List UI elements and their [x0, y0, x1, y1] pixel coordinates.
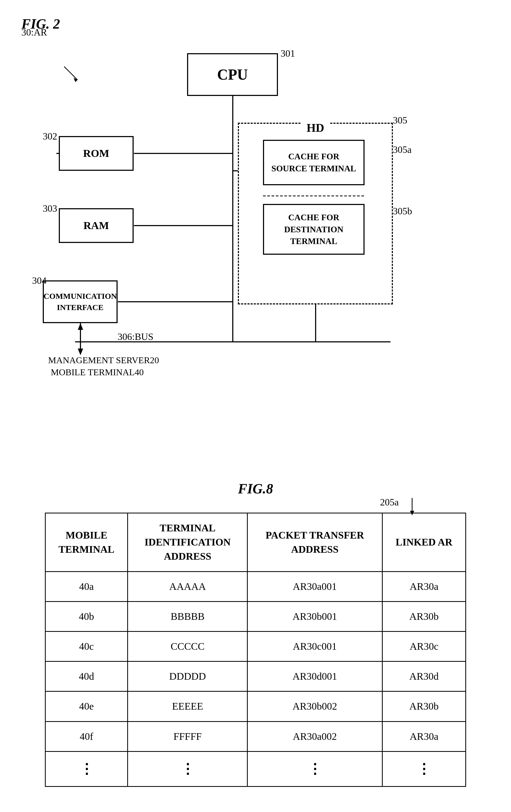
table-ref-arrow	[396, 498, 428, 519]
hd-label: HD	[301, 121, 330, 135]
table-row: 40eEEEEEAR30b002AR30b	[45, 692, 466, 721]
cache-source-ref: 305a	[393, 144, 412, 155]
table-cell-r3-c2: AR30d001	[247, 662, 382, 692]
cache-dest-label: CACHE FORDESTINATIONTERMINAL	[284, 211, 343, 247]
table-cell-r1-c0: 40b	[45, 601, 128, 631]
table-cell-r2-c1: CCCCC	[128, 631, 247, 661]
table-cell-r3-c0: 40d	[45, 662, 128, 692]
table-cell-r2-c2: AR30c001	[247, 631, 382, 661]
fig8-title: FIG.8	[21, 481, 490, 497]
col-header-mobile-terminal: MOBILETERMINAL	[45, 513, 128, 572]
svg-marker-7	[78, 349, 83, 355]
table-cell-r3-c3: AR30d	[382, 662, 466, 692]
ar-arrow	[43, 61, 96, 93]
rom-box: ROM	[59, 136, 133, 171]
svg-line-14	[64, 66, 78, 80]
rom-ref: 302	[43, 131, 57, 142]
cache-source-box: CACHE FORSOURCE TERMINAL	[263, 140, 364, 185]
svg-marker-9	[78, 323, 83, 330]
cpu-ref: 301	[281, 48, 295, 59]
table-cell-r5-c0: 40f	[45, 721, 128, 751]
table-cell-r3-c1: DDDDD	[128, 662, 247, 692]
table-row: 40bBBBBBAR30b001AR30b	[45, 601, 466, 631]
col-header-terminal-id: TERMINALIDENTIFICATIONADDRESS	[128, 513, 247, 572]
cache-dest-box: CACHE FORDESTINATIONTERMINAL	[263, 204, 364, 255]
table-cell-r4-c2: AR30b002	[247, 692, 382, 721]
rom-label: ROM	[83, 146, 109, 161]
mgmt-server-label: MANAGEMENT SERVER20	[48, 355, 159, 366]
table-row: 40aAAAAAAR30a001AR30a	[45, 572, 466, 601]
table-cell-r2-c0: 40c	[45, 631, 128, 661]
ram-ref: 303	[43, 203, 57, 214]
cache-dest-ref: 305b	[393, 206, 412, 217]
table-cell-r2-c3: AR30c	[382, 631, 466, 661]
table-cell-r6-c0: ⋮	[45, 751, 128, 787]
table-cell-r0-c3: AR30a	[382, 572, 466, 601]
comm-box: COMMUNICATIONINTERFACE	[43, 280, 118, 323]
table-row: 40cCCCCCAR30c001AR30c	[45, 631, 466, 661]
fig8-section: FIG.8 205a MOBILETERMINAL TERMINALIDENTI…	[0, 470, 511, 808]
table-cell-r0-c1: AAAAA	[128, 572, 247, 601]
table-cell-r0-c2: AR30a001	[247, 572, 382, 601]
hd-ref: 305	[393, 115, 407, 126]
svg-marker-17	[410, 511, 414, 515]
table-container: 205a MOBILETERMINAL TERMINALIDENTIFICATI…	[21, 513, 490, 787]
comm-ref: 304	[32, 275, 47, 286]
table-row: 40dDDDDDAR30d001AR30d	[45, 662, 466, 692]
table-cell-r5-c3: AR30a	[382, 721, 466, 751]
table-cell-r1-c2: AR30b001	[247, 601, 382, 631]
col-header-linked-ar: LINKED AR	[382, 513, 466, 572]
cpu-box: CPU	[187, 53, 278, 96]
table-cell-r6-c3: ⋮	[382, 751, 466, 787]
table-row: ⋮⋮⋮⋮	[45, 751, 466, 787]
col-header-packet-transfer: PACKET TRANSFERADDRESS	[247, 513, 382, 572]
table-cell-r1-c3: AR30b	[382, 601, 466, 631]
mobile-terminal-label: MOBILE TERMINAL40	[51, 367, 144, 377]
table-cell-r4-c1: EEEEE	[128, 692, 247, 721]
fig2-section: FIG. 2 30:AR	[0, 0, 511, 470]
diagram: CPU 301 ROM 302 RAM 303 COMMUNICATIONINT…	[21, 48, 490, 449]
ar-label: 30:AR	[21, 27, 47, 38]
bus-ref: 306:BUS	[118, 331, 153, 342]
ram-box: RAM	[59, 208, 133, 243]
table-header-row: MOBILETERMINAL TERMINALIDENTIFICATIONADD…	[45, 513, 466, 572]
table-cell-r5-c1: FFFFF	[128, 721, 247, 751]
fig2-title: FIG. 2	[21, 16, 490, 32]
table-cell-r6-c2: ⋮	[247, 751, 382, 787]
table-row: 40fFFFFFAR30a002AR30a	[45, 721, 466, 751]
data-table: MOBILETERMINAL TERMINALIDENTIFICATIONADD…	[45, 513, 467, 787]
hd-container: HD CACHE FORSOURCE TERMINAL CACHE FORDES…	[238, 123, 393, 304]
cache-source-label: CACHE FORSOURCE TERMINAL	[272, 150, 356, 175]
table-cell-r1-c1: BBBBB	[128, 601, 247, 631]
cpu-label: CPU	[217, 65, 248, 84]
comm-label: COMMUNICATIONINTERFACE	[43, 291, 117, 313]
table-cell-r0-c0: 40a	[45, 572, 128, 601]
table-cell-r6-c1: ⋮	[128, 751, 247, 787]
cache-separator	[263, 185, 364, 207]
table-cell-r5-c2: AR30a002	[247, 721, 382, 751]
table-cell-r4-c3: AR30b	[382, 692, 466, 721]
ram-label: RAM	[83, 219, 109, 233]
table-cell-r4-c0: 40e	[45, 692, 128, 721]
